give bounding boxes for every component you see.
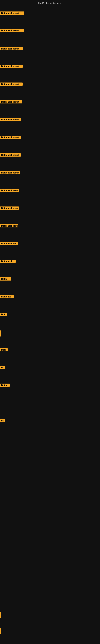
bottleneck-result-badge: Bottleneck result [0,136,21,139]
bottleneck-result-badge: Bot [0,313,7,316]
line-marker [0,628,1,634]
bottleneck-result-badge: Bottlenec [0,295,14,298]
line-marker [0,612,1,618]
bottleneck-result-badge: Bottleneck result [0,171,20,174]
bottleneck-result-badge: Bottleneck resu [0,206,19,210]
line-marker [0,330,1,336]
bottleneck-result-badge: Bottle [0,384,10,387]
bottleneck-result-badge: Bottleneck result [0,118,21,121]
bottleneck-result-badge: Bottleneck result [0,100,22,104]
bottleneck-result-badge: Bottleneck res [0,242,18,245]
bottleneck-result-badge: Bottleneck resu [0,189,19,192]
bottleneck-result-badge: Bottleneck result [0,29,24,32]
bottleneck-result-badge: Bo [0,419,5,422]
bottleneck-result-badge: Bo [0,366,5,369]
bottleneck-result-badge: Bottleneck result [0,64,23,68]
bottleneck-result-badge: Bottleneck resu [0,224,18,228]
bottleneck-result-badge: Bottleneck result [0,82,23,86]
bottleneck-result-badge: Bottle [0,277,11,280]
site-title: TheBottlenecker.com [0,2,100,5]
bottleneck-result-badge: Bottleneck result [0,12,24,15]
bottleneck-result-badge: Bottleneck result [0,47,23,50]
bottleneck-result-badge: Bottleneck result [0,153,21,156]
bottleneck-result-badge: Bott [0,348,8,352]
bottleneck-result-badge: Bottleneck [0,260,16,263]
